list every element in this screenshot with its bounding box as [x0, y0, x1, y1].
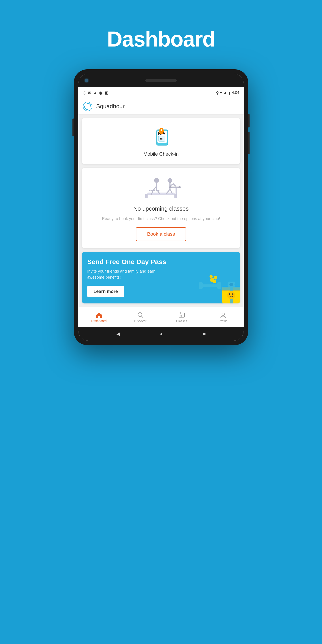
svg-rect-12	[164, 132, 164, 133]
time-display: 4:04	[232, 90, 239, 95]
side-button-volume	[248, 132, 250, 154]
svg-line-34	[173, 184, 176, 186]
phone-top-bar	[78, 74, 244, 87]
back-button[interactable]: ◀	[116, 331, 120, 336]
svg-point-55	[227, 291, 235, 299]
svg-rect-37	[176, 187, 177, 194]
svg-point-17	[160, 129, 162, 131]
svg-point-46	[213, 280, 216, 283]
workout-illustration	[134, 175, 188, 202]
content-area: Hi! Mobile Check-in	[78, 114, 244, 307]
speaker	[145, 79, 177, 82]
no-classes-title: No upcoming classes	[133, 205, 188, 212]
svg-text:Hi!: Hi!	[160, 138, 163, 140]
svg-rect-43	[217, 282, 221, 289]
drive-icon: ⬡	[83, 90, 86, 95]
signal-icon: ▲	[224, 90, 227, 95]
nav-label-profile: Profile	[219, 319, 228, 323]
svg-rect-60	[179, 313, 184, 317]
classes-card: No upcoming classes Ready to book your f…	[82, 168, 240, 248]
no-classes-description: Ready to book your first class? Check ou…	[98, 216, 224, 222]
page-title: Dashboard	[107, 27, 215, 52]
svg-point-39	[169, 186, 172, 188]
book-class-button[interactable]: Book a class	[136, 227, 186, 241]
left-button	[72, 118, 74, 136]
nav-item-discover[interactable]: Discover	[120, 312, 161, 323]
gmail-icon: ✉	[88, 90, 92, 95]
app-logo-icon	[83, 102, 92, 111]
checkin-card[interactable]: Hi! Mobile Check-in	[82, 118, 240, 164]
checkin-label: Mobile Check-in	[143, 151, 179, 157]
pass-illustration	[198, 266, 240, 304]
location-icon: ⚲	[216, 90, 219, 95]
pass-card-description: Invite your friends and family and earn …	[87, 268, 163, 280]
svg-point-25	[158, 190, 160, 191]
svg-rect-8	[159, 134, 160, 134]
profile-icon	[220, 312, 226, 318]
svg-rect-51	[222, 287, 240, 290]
app-name-label: Squadhour	[96, 103, 124, 110]
nav-item-dashboard[interactable]: Dashboard	[78, 312, 120, 323]
sim-icon: ▣	[104, 90, 108, 95]
bottom-nav: Dashboard Discover	[78, 307, 244, 327]
camera	[85, 79, 88, 82]
app-header: Squadhour	[78, 98, 244, 114]
svg-line-59	[142, 316, 143, 318]
free-pass-card: Send Free One Day Pass Invite your frien…	[82, 252, 240, 304]
svg-rect-20	[174, 194, 177, 198]
svg-line-35	[166, 190, 170, 193]
phone-bottom-bar: ◀ ● ■	[78, 327, 244, 340]
status-icons-left: ⬡ ✉ ▲ ◉ ▣	[83, 90, 108, 95]
svg-point-47	[210, 275, 213, 278]
phone-screen: ⬡ ✉ ▲ ◉ ▣ ⚲ ▾ ▲ ▮ 4:04	[78, 74, 244, 340]
nav-label-dashboard: Dashboard	[91, 319, 107, 323]
checkin-icon: Hi!	[150, 125, 172, 148]
svg-rect-13	[162, 134, 164, 134]
status-bar: ⬡ ✉ ▲ ◉ ▣ ⚲ ▾ ▲ ▮ 4:04	[78, 87, 244, 98]
learn-more-button[interactable]: Learn more	[87, 286, 124, 297]
svg-point-57	[232, 294, 234, 295]
classes-icon	[178, 312, 185, 318]
wifi-icon: ▾	[220, 90, 222, 95]
home-button[interactable]: ●	[160, 332, 162, 336]
svg-point-45	[214, 276, 217, 280]
nav-item-classes[interactable]: Classes	[161, 312, 202, 323]
svg-point-31	[168, 178, 172, 183]
svg-rect-41	[200, 284, 220, 287]
phone-frame: ⬡ ✉ ▲ ◉ ▣ ⚲ ▾ ▲ ▮ 4:04	[74, 69, 248, 345]
search-icon	[137, 312, 144, 318]
svg-point-54	[230, 283, 233, 286]
battery-icon: ▮	[228, 90, 230, 95]
svg-line-36	[170, 190, 172, 193]
svg-point-65	[222, 313, 224, 316]
nav-item-profile[interactable]: Profile	[202, 312, 244, 323]
svg-point-40	[178, 186, 181, 188]
svg-point-21	[149, 190, 150, 191]
svg-rect-19	[145, 194, 148, 198]
status-icons-right: ⚲ ▾ ▲ ▮ 4:04	[216, 90, 239, 95]
home-icon	[96, 312, 102, 318]
nav-label-classes: Classes	[176, 319, 188, 323]
svg-point-26	[154, 178, 159, 183]
svg-point-64	[180, 315, 182, 317]
side-button-power	[248, 114, 250, 128]
svg-point-56	[229, 294, 230, 295]
circle-icon: ◉	[99, 90, 103, 95]
pass-card-title: Send Free One Day Pass	[87, 258, 235, 266]
nav-label-discover: Discover	[134, 319, 146, 323]
svg-rect-42	[199, 282, 203, 289]
recent-button[interactable]: ■	[203, 332, 206, 336]
maps-icon: ▲	[93, 90, 97, 95]
